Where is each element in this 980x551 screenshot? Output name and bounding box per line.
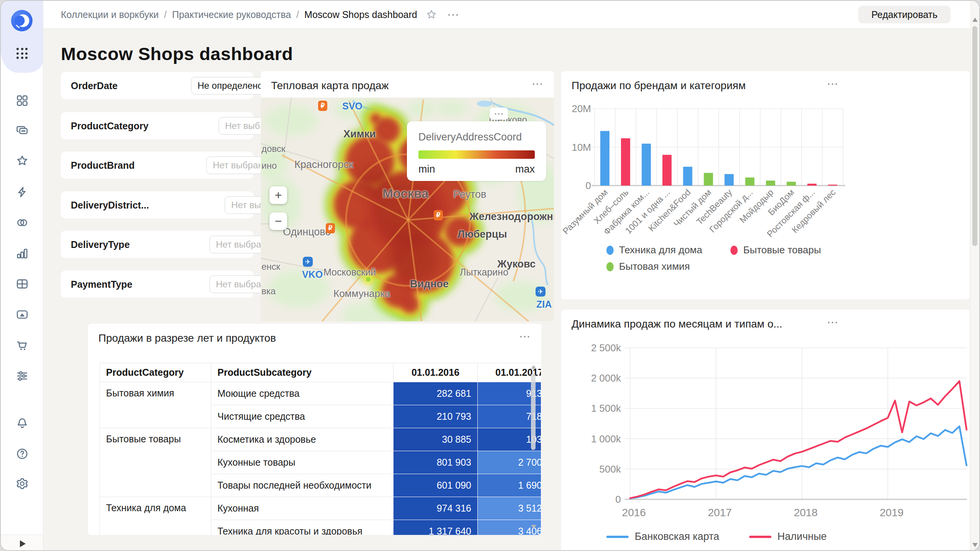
breadcrumb-item[interactable]: Moscow Shops dashboard [304,9,417,20]
map-city-label: Реутов [453,189,486,201]
map-city-label: Коммунарка [333,288,390,300]
filter-card-productcategory: ProductCategoryНет выб... [61,112,253,139]
bar-8[interactable] [745,178,755,186]
table-cell-subcategory: Чистящие средства [211,405,394,428]
page-title: Moscow Shops dashboard [61,43,293,64]
bar-chart-title: Продажи по брендам и категориям [572,80,746,92]
nav-files-icon[interactable] [15,308,29,321]
filter-card-paymenttype: PaymentTypeНет выбран... [61,271,253,298]
nav-favorites-icon[interactable] [15,154,29,168]
line-series-cash[interactable] [630,381,967,498]
heatmap-card: Тепловая карта продаж ⋯ ⋯ DeliveryAddres… [261,71,554,321]
nav-datasets-icon[interactable] [15,277,29,291]
legend-label: Банковская карта [635,531,719,543]
line-series-card[interactable] [630,426,967,498]
expand-sidebar-icon[interactable] [20,540,26,547]
table-cell-subcategory: Кухонная [211,497,394,520]
bar-chart-menu-icon[interactable]: ⋯ [827,78,839,90]
legend-label: Техника для дома [619,244,702,256]
legend-item[interactable]: Банковская карта [606,531,719,543]
map-city-label: Московский [323,267,376,278]
table-cell-category: Техника для дома [100,497,211,535]
bar-4[interactable] [662,155,671,186]
line-chart-menu-icon[interactable]: ⋯ [827,316,839,328]
help-icon[interactable] [15,447,29,461]
map-city-label: Люберцы [457,228,507,240]
svg-text:0: 0 [616,494,621,505]
dashboard-content: Moscow Shops dashboard OrderDateНе опред… [43,29,979,550]
legend-item[interactable]: Наличные [749,531,827,543]
page-scrollbar[interactable] [970,1,979,551]
svg-text:2018: 2018 [794,507,818,518]
nav-services-sliders-icon[interactable] [15,369,29,383]
nav-dashboards-icon[interactable] [15,94,29,108]
bar-11[interactable] [807,184,817,186]
nav-charts-icon[interactable] [15,246,29,260]
breadcrumb-item[interactable]: Коллекции и воркбуки [61,9,159,20]
apps-grid-icon[interactable] [16,47,29,60]
bar-10[interactable] [787,182,796,186]
map-zoom-in-button[interactable]: + [270,186,287,204]
map-city-label: ино [261,160,277,171]
legend-label: Наличные [777,531,827,543]
notifications-bell-icon[interactable] [15,416,29,430]
legend-line-marker [606,536,629,538]
bar-9[interactable] [766,181,775,186]
bar-1[interactable] [600,131,609,186]
heatmap-menu-icon[interactable]: ⋯ [532,78,544,90]
map-city-label: VKO [302,269,323,280]
svg-text:10M: 10M [572,142,591,153]
table-column-header: ProductCategory [100,363,211,382]
svg-text:1 500k: 1 500k [591,403,621,414]
map-city-label: Одинцово [283,226,331,238]
legend-item[interactable]: Бытовые товары [730,244,821,256]
map-city-label: Железнодорожны [469,211,554,223]
airport-icon: ✈ [303,257,313,267]
svg-text:2 500k: 2 500k [591,342,621,354]
table-cell-subcategory: Косметика и здоровье [211,428,394,451]
filter-label: DeliveryDistrict... [71,199,149,210]
table-scrollbar-thumb[interactable] [531,373,536,450]
map-zoom-out-button[interactable]: − [270,212,287,230]
svg-text:2017: 2017 [708,507,732,518]
table-menu-icon[interactable]: ⋯ [519,331,531,342]
page-scroll-up-icon[interactable] [972,18,978,22]
ruble-poi-icon: ₽ [434,210,443,220]
filter-card-productbrand: ProductBrandНет выбран... [61,152,253,179]
table-scroll-up-icon[interactable] [531,365,536,369]
page-scroll-down-icon[interactable] [972,543,978,547]
bar-6[interactable] [704,173,713,186]
page-scrollbar-thumb[interactable] [972,26,977,246]
edit-button[interactable]: Редактировать [858,6,951,23]
nav-marketplace-cart-icon[interactable] [15,338,29,352]
map-legend-menu-icon[interactable]: ⋯ [490,108,508,120]
line-chart-svg: 0500k1 000k1 500k2 000k2 500k20162017201… [561,310,970,551]
bar-12[interactable] [828,184,837,186]
map-legend-field: DeliveryAddressCoord [418,131,522,143]
map-city-label: енск [261,261,280,272]
favorite-star-icon[interactable] [426,9,437,20]
datalens-logo[interactable] [11,10,33,31]
table-scroll-down-icon[interactable] [531,525,536,529]
breadcrumb-item[interactable]: Практические руководства [172,9,291,20]
line-chart-card: Динамика продаж по месяцам и типам о... … [561,310,970,551]
map-legend: DeliveryAddressCoord min max [407,121,546,181]
top-header: Коллекции и воркбуки/Практические руково… [43,1,979,29]
table-cell-2016: 1 317 640 [394,520,478,535]
bar-3[interactable] [642,143,651,186]
svg-text:500k: 500k [599,463,621,475]
nav-editor-lightning-icon[interactable] [15,185,29,199]
heatmap-map[interactable]: ⋯ DeliveryAddressCoord min max + − SVOХи… [261,98,554,321]
legend-item[interactable]: Техника для дома [606,244,702,256]
legend-label: Бытовые товары [743,244,821,256]
legend-item[interactable]: Бытовая химия [606,261,690,272]
map-legend-max: max [515,163,535,175]
breadcrumb-more-icon[interactable]: ⋯ [447,13,460,16]
nav-connections-icon[interactable] [15,216,29,230]
nav-collections-icon[interactable] [15,124,29,138]
settings-gear-icon[interactable] [15,477,29,491]
bar-2[interactable] [621,138,630,186]
table-vertical-scrollbar[interactable] [530,364,537,530]
bar-7[interactable] [725,174,734,186]
bar-5[interactable] [683,167,692,186]
